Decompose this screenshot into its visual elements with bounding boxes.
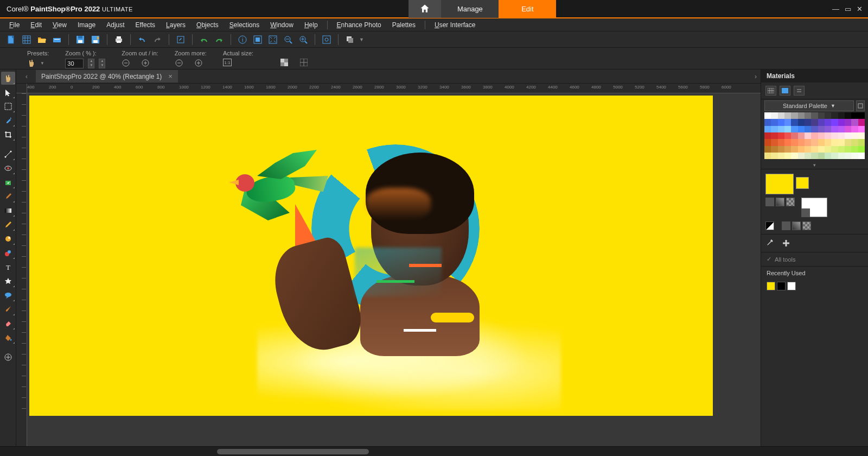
menu-selections[interactable]: Selections xyxy=(225,20,264,30)
color-swatch[interactable] xyxy=(845,132,851,139)
color-swatch[interactable] xyxy=(851,132,858,139)
color-swatch[interactable] xyxy=(791,146,797,153)
zoom-spinner-2[interactable]: ▲▼ xyxy=(99,59,105,68)
shape-tool[interactable] xyxy=(1,275,15,288)
color-swatch[interactable] xyxy=(825,126,831,132)
color-swatch[interactable] xyxy=(825,119,831,125)
recent-swatch[interactable] xyxy=(777,282,786,290)
color-swatch[interactable] xyxy=(811,153,818,159)
style-btn-1[interactable] xyxy=(782,221,790,230)
dropper-tool[interactable] xyxy=(1,114,15,127)
actual-size-button[interactable]: 1:1 xyxy=(223,59,232,66)
tabs-prev-button[interactable]: ‹ xyxy=(22,72,31,81)
resize-button[interactable] xyxy=(175,34,187,46)
color-swatch[interactable] xyxy=(831,139,838,145)
minimize-button[interactable]: — xyxy=(832,5,839,13)
sliders-mode-button[interactable] xyxy=(794,86,805,96)
color-swatch[interactable] xyxy=(791,132,797,139)
undo-button[interactable] xyxy=(136,34,148,46)
background-swatch[interactable] xyxy=(796,177,809,189)
color-swatch[interactable] xyxy=(811,112,818,119)
save-as-button[interactable] xyxy=(90,34,101,46)
color-swatch[interactable] xyxy=(858,119,865,125)
color-swatch[interactable] xyxy=(764,119,771,125)
move-tool[interactable] xyxy=(1,86,15,99)
open-button[interactable] xyxy=(36,34,48,46)
color-swatch[interactable] xyxy=(838,146,845,153)
color-swatch[interactable] xyxy=(805,153,811,159)
recent-swatch[interactable] xyxy=(787,282,796,290)
color-swatch[interactable] xyxy=(784,139,791,145)
zoom-out-button[interactable] xyxy=(282,34,294,46)
color-swatch[interactable] xyxy=(764,146,771,153)
horizontal-scrollbar[interactable] xyxy=(217,449,369,454)
tab-home[interactable] xyxy=(409,0,441,18)
color-swatch[interactable] xyxy=(778,139,784,145)
default-colors-button[interactable] xyxy=(765,221,774,230)
redo-button[interactable] xyxy=(151,34,163,46)
color-swatch[interactable] xyxy=(778,126,784,132)
color-swatch[interactable] xyxy=(784,146,791,153)
color-swatch[interactable] xyxy=(798,139,805,145)
selection-tool[interactable] xyxy=(1,100,15,113)
color-swatch[interactable] xyxy=(825,112,831,119)
pen-tool[interactable] xyxy=(1,303,15,316)
menu-user-interface[interactable]: User Interface xyxy=(430,20,480,30)
color-swatch[interactable] xyxy=(825,139,831,145)
red-eye-tool[interactable] xyxy=(1,162,15,175)
color-swatch[interactable] xyxy=(831,112,838,119)
color-swatch[interactable] xyxy=(784,119,791,125)
color-swatch[interactable] xyxy=(764,126,771,132)
menu-palettes[interactable]: Palettes xyxy=(387,20,420,30)
text-tool[interactable]: T xyxy=(1,261,15,274)
close-tab-button[interactable]: × xyxy=(168,72,173,80)
menu-objects[interactable]: Objects xyxy=(192,20,224,30)
color-swatch[interactable] xyxy=(858,153,865,159)
color-swatch[interactable] xyxy=(858,132,865,139)
zoom-in-button[interactable] xyxy=(297,34,309,46)
color-swatch[interactable] xyxy=(851,112,858,119)
menu-view[interactable]: View xyxy=(48,20,72,30)
color-swatch[interactable] xyxy=(805,119,811,125)
print-button[interactable] xyxy=(113,34,125,46)
color-swatch[interactable] xyxy=(831,146,838,153)
fit-window-button[interactable] xyxy=(252,34,264,46)
rainbow-mode-button[interactable] xyxy=(780,86,790,96)
color-swatch[interactable] xyxy=(858,126,865,132)
swatches-expand[interactable]: ▾ xyxy=(761,161,868,169)
layers-button[interactable] xyxy=(344,34,356,46)
fg-style-solid[interactable] xyxy=(765,198,774,206)
color-swatch[interactable] xyxy=(818,146,825,153)
color-swatch[interactable] xyxy=(805,126,811,132)
color-swatch[interactable] xyxy=(771,126,777,132)
full-screen-button[interactable] xyxy=(321,34,333,46)
fit-screen-button[interactable] xyxy=(267,34,279,46)
zoom-minus-icon[interactable] xyxy=(122,59,130,67)
color-swatch[interactable] xyxy=(851,139,858,145)
makeover-tool[interactable] xyxy=(1,176,15,189)
color-swatch[interactable] xyxy=(798,119,805,125)
color-swatch[interactable] xyxy=(811,139,818,145)
checker-icon[interactable] xyxy=(280,59,288,66)
color-swatch[interactable] xyxy=(771,153,777,159)
color-swatch[interactable] xyxy=(858,146,865,153)
paint-brush-tool[interactable] xyxy=(1,190,15,203)
color-swatch[interactable] xyxy=(778,112,784,119)
color-swatch[interactable] xyxy=(791,112,797,119)
zoom-spinner[interactable]: ▲▼ xyxy=(88,59,94,68)
color-swatch[interactable] xyxy=(825,153,831,159)
close-button[interactable]: ✕ xyxy=(857,5,863,13)
menu-edit[interactable]: Edit xyxy=(25,20,47,30)
gradient-tool[interactable] xyxy=(1,204,15,217)
grid-button[interactable] xyxy=(21,34,33,46)
color-swatch[interactable] xyxy=(845,126,851,132)
style-btn-2[interactable] xyxy=(792,221,801,230)
color-swatch[interactable] xyxy=(811,146,818,153)
fill-tool[interactable] xyxy=(1,331,15,344)
color-swatch[interactable] xyxy=(798,153,805,159)
color-swatch[interactable] xyxy=(791,153,797,159)
color-swatch[interactable] xyxy=(791,119,797,125)
foreground-swatch[interactable] xyxy=(765,174,794,194)
menu-image[interactable]: Image xyxy=(73,20,100,30)
color-swatch[interactable] xyxy=(805,146,811,153)
